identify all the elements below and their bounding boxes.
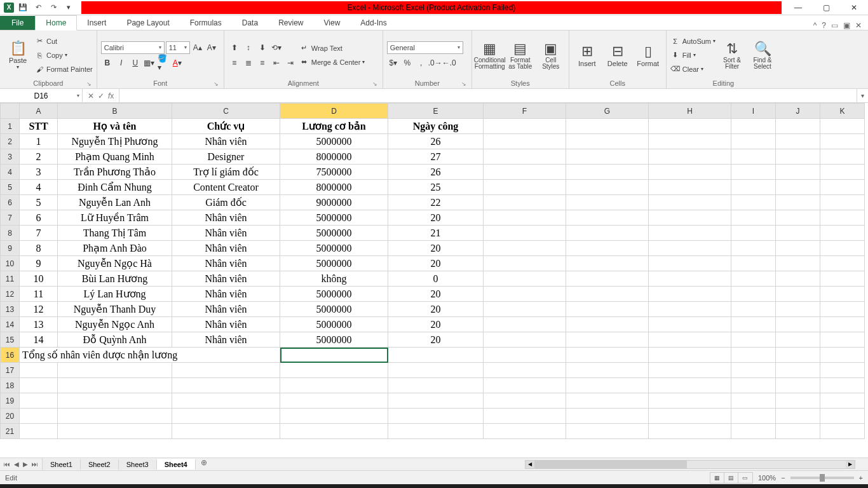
ribbon-tab-home[interactable]: Home bbox=[35, 15, 77, 30]
align-left-button[interactable]: ≡ bbox=[228, 57, 241, 69]
cell[interactable] bbox=[484, 348, 566, 363]
cell[interactable]: 5000000 bbox=[280, 256, 388, 271]
cell[interactable] bbox=[776, 119, 820, 134]
column-header[interactable]: G bbox=[566, 104, 649, 119]
cell[interactable] bbox=[484, 134, 566, 149]
cell[interactable] bbox=[484, 165, 566, 180]
font-size-select[interactable]: 11▾ bbox=[166, 41, 190, 54]
cell[interactable] bbox=[731, 348, 776, 363]
minimize-button[interactable]: — bbox=[784, 0, 812, 15]
cell[interactable] bbox=[280, 378, 388, 393]
row-header[interactable]: 11 bbox=[1, 271, 20, 287]
cell[interactable] bbox=[484, 363, 566, 378]
cell[interactable] bbox=[484, 424, 566, 439]
cell[interactable] bbox=[649, 363, 731, 378]
redo-button[interactable]: ↷ bbox=[47, 2, 60, 13]
cell[interactable] bbox=[731, 363, 776, 378]
row-header[interactable]: 1 bbox=[1, 119, 20, 134]
scroll-right-icon[interactable]: ▶ bbox=[846, 461, 855, 468]
align-right-button[interactable]: ≡ bbox=[256, 57, 269, 69]
cell[interactable] bbox=[776, 287, 820, 302]
fill-button[interactable]: ⬇Fill▾ bbox=[670, 49, 715, 62]
row-header[interactable]: 10 bbox=[1, 256, 20, 271]
cell[interactable] bbox=[649, 165, 731, 180]
cell[interactable]: Nhân viên bbox=[172, 134, 280, 149]
expand-formula-bar-icon[interactable]: ▾ bbox=[857, 89, 868, 102]
cell[interactable] bbox=[731, 195, 776, 210]
select-all-corner[interactable] bbox=[1, 104, 20, 119]
cell[interactable]: 10 bbox=[20, 271, 58, 287]
cell[interactable]: Phạm Quang Minh bbox=[58, 149, 172, 165]
clear-button[interactable]: ⌫Clear▾ bbox=[670, 63, 715, 76]
cell[interactable] bbox=[649, 378, 731, 393]
zoom-in-button[interactable]: + bbox=[859, 474, 863, 482]
scroll-thumb[interactable] bbox=[534, 461, 687, 468]
cell[interactable] bbox=[388, 363, 484, 378]
cell[interactable] bbox=[566, 256, 649, 271]
cell[interactable]: 11 bbox=[20, 287, 58, 302]
cell[interactable] bbox=[776, 180, 820, 195]
cell[interactable]: Nguyễn Ngọc Anh bbox=[58, 317, 172, 332]
row-header[interactable]: 21 bbox=[1, 424, 20, 439]
cell[interactable] bbox=[731, 287, 776, 302]
row-header[interactable]: 5 bbox=[1, 180, 20, 195]
cell[interactable]: không bbox=[280, 271, 388, 287]
shrink-font-button[interactable]: A▾ bbox=[205, 41, 218, 54]
ribbon-tab-view[interactable]: View bbox=[314, 16, 351, 30]
ribbon-tab-page-layout[interactable]: Page Layout bbox=[116, 16, 179, 30]
cell[interactable] bbox=[649, 424, 731, 439]
row-header[interactable]: 14 bbox=[1, 317, 20, 332]
cell[interactable] bbox=[820, 378, 865, 393]
column-header[interactable]: H bbox=[649, 104, 731, 119]
normal-view-button[interactable]: ▦ bbox=[710, 473, 724, 483]
ribbon-tab-insert[interactable]: Insert bbox=[77, 16, 116, 30]
cell[interactable] bbox=[484, 393, 566, 409]
cell[interactable] bbox=[484, 409, 566, 424]
cell[interactable]: 5000000 bbox=[280, 226, 388, 241]
cell[interactable] bbox=[280, 424, 388, 439]
cell[interactable] bbox=[172, 424, 280, 439]
cell[interactable] bbox=[776, 226, 820, 241]
cell[interactable] bbox=[776, 302, 820, 317]
cell[interactable] bbox=[484, 149, 566, 165]
cell[interactable] bbox=[731, 134, 776, 149]
cell[interactable]: 20 bbox=[388, 332, 484, 348]
font-dialog-icon[interactable]: ↘ bbox=[214, 81, 219, 87]
column-header[interactable]: C bbox=[172, 104, 280, 119]
cell[interactable] bbox=[58, 393, 172, 409]
cell[interactable] bbox=[388, 409, 484, 424]
ribbon-tab-add-ins[interactable]: Add-Ins bbox=[350, 16, 397, 30]
copy-button[interactable]: ⎘Copy▾ bbox=[34, 49, 93, 62]
cell[interactable]: Thang Thị Tâm bbox=[58, 226, 172, 241]
cell[interactable] bbox=[484, 256, 566, 271]
cell[interactable] bbox=[820, 393, 865, 409]
cell[interactable] bbox=[566, 134, 649, 149]
number-format-select[interactable]: General▾ bbox=[387, 41, 463, 54]
cell[interactable] bbox=[731, 378, 776, 393]
cell[interactable]: 8000000 bbox=[280, 149, 388, 165]
merge-center-button[interactable]: ⬌Merge & Center▾ bbox=[299, 56, 365, 69]
cell[interactable]: 9 bbox=[20, 256, 58, 271]
column-header[interactable]: K bbox=[820, 104, 865, 119]
sheet-tab[interactable]: Sheet3 bbox=[119, 459, 157, 470]
doc-close[interactable]: ✕ bbox=[855, 21, 862, 30]
column-header[interactable]: I bbox=[731, 104, 776, 119]
cell[interactable] bbox=[649, 348, 731, 363]
cell[interactable] bbox=[484, 271, 566, 287]
cell[interactable] bbox=[776, 256, 820, 271]
tab-scroll-prev-icon[interactable]: ◀ bbox=[13, 461, 20, 468]
cell[interactable] bbox=[820, 241, 865, 256]
font-name-select[interactable]: Calibri▾ bbox=[101, 41, 165, 54]
cell[interactable]: 6 bbox=[20, 210, 58, 226]
cell[interactable]: Họ và tên bbox=[58, 119, 172, 134]
cell[interactable] bbox=[731, 256, 776, 271]
undo-button[interactable]: ↶ bbox=[32, 2, 44, 13]
cell[interactable]: Ngày công bbox=[388, 119, 484, 134]
cell[interactable] bbox=[566, 149, 649, 165]
cell[interactable]: 12 bbox=[20, 302, 58, 317]
format-as-table-button[interactable]: ▤Format as Table bbox=[506, 34, 534, 76]
cell[interactable] bbox=[776, 348, 820, 363]
cell[interactable] bbox=[20, 363, 58, 378]
cell[interactable] bbox=[566, 119, 649, 134]
cell[interactable] bbox=[649, 409, 731, 424]
